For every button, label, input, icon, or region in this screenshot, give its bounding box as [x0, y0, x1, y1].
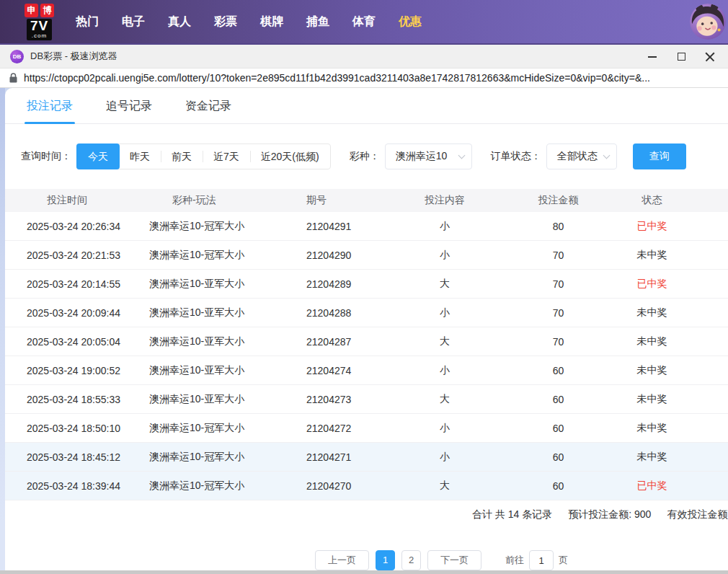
logo-wordmark: 7V .com — [27, 19, 52, 40]
cell-issue: 21204273 — [306, 394, 387, 405]
cell-bet-time: 2025-03-24 19:00:52 — [5, 365, 149, 376]
goto-page-input[interactable] — [529, 550, 554, 570]
cell-game: 澳洲幸运10-冠军大小 — [149, 451, 306, 464]
table-row[interactable]: 2025-03-24 20:05:04 澳洲幸运10-亚军大小 21204287… — [5, 327, 728, 356]
goto-label: 前往 — [505, 554, 524, 567]
filter-bar: 查询时间： 今天 昨天 前天 近7天 近20天(低频) 彩种： 澳洲幸运10 订… — [21, 144, 728, 169]
nav-item[interactable]: 真人 — [156, 0, 203, 43]
cell-issue: 21204288 — [306, 307, 387, 319]
table-row[interactable]: 2025-03-24 18:50:10 澳洲幸运10-冠军大小 21204272… — [5, 414, 728, 443]
table-row[interactable]: 2025-03-24 20:09:44 澳洲幸运10-亚军大小 21204288… — [5, 299, 728, 327]
main-nav: 热门 电子 真人 彩票 棋牌 捕鱼 体育 优惠 — [64, 0, 433, 43]
cell-issue: 21204291 — [306, 221, 387, 232]
table-row[interactable]: 2025-03-24 20:14:55 澳洲幸运10-亚军大小 21204289… — [5, 270, 728, 299]
time-range-option[interactable]: 近7天 — [203, 144, 250, 169]
cell-amount: 80 — [502, 221, 614, 232]
summary-total-records: 合计 共 14 条记录 — [472, 508, 552, 521]
nav-item[interactable]: 热门 — [64, 0, 110, 43]
cell-bet-time: 2025-03-24 20:26:34 — [5, 221, 149, 232]
nav-item[interactable]: 优惠 — [387, 0, 433, 43]
tab[interactable]: 投注记录 — [27, 88, 73, 124]
cell-amount: 60 — [502, 394, 614, 405]
time-range-option[interactable]: 前天 — [161, 144, 203, 169]
cell-content: 小 — [387, 422, 502, 435]
pagination: 上一页 1 2 下一页 前往 页 — [315, 550, 728, 570]
summary-bar: 合计 共 14 条记录 预计投注金额: 900 有效投注金额 — [5, 508, 728, 521]
table-row[interactable]: 2025-03-24 18:55:33 澳洲幸运10-亚军大小 21204273… — [5, 385, 728, 414]
cell-amount: 60 — [502, 423, 614, 434]
search-button[interactable]: 查询 — [633, 144, 686, 169]
address-bar[interactable]: https://ctopcp02pcali.uengi5e.com/lotter… — [0, 69, 728, 88]
close-icon[interactable] — [705, 51, 715, 61]
cell-game: 澳洲幸运10-冠军大小 — [149, 480, 306, 493]
logo-tile-2: 博 — [40, 4, 54, 17]
status-filter-label: 订单状态： — [491, 150, 541, 163]
chevron-down-icon — [458, 152, 465, 159]
window-controls — [647, 51, 715, 61]
cell-amount: 60 — [502, 451, 614, 463]
maximize-icon[interactable] — [676, 51, 686, 61]
cell-issue: 21204272 — [306, 423, 387, 434]
cell-game: 澳洲幸运10-冠军大小 — [149, 249, 306, 262]
time-range-option[interactable]: 今天 — [76, 144, 120, 169]
cell-amount: 60 — [502, 480, 614, 492]
lottery-filter-label: 彩种： — [350, 150, 380, 163]
page-number-button[interactable]: 1 — [376, 550, 395, 570]
header-amount: 投注金额 — [502, 194, 614, 207]
minimize-icon[interactable] — [647, 51, 657, 61]
page-number-button[interactable]: 2 — [401, 550, 421, 570]
cell-status: 已中奖 — [614, 220, 690, 233]
logo-main-text: 7V — [30, 19, 48, 33]
lottery-select-value: 澳洲幸运10 — [396, 150, 448, 163]
tab[interactable]: 追号记录 — [106, 88, 152, 124]
cell-game: 澳洲幸运10-冠军大小 — [149, 220, 306, 233]
cell-bet-time: 2025-03-24 20:14:55 — [5, 278, 149, 290]
cell-bet-time: 2025-03-24 18:39:44 — [5, 480, 149, 492]
cell-issue: 21204274 — [306, 365, 387, 376]
table-row[interactable]: 2025-03-24 18:39:44 澳洲幸运10-冠军大小 21204270… — [5, 472, 728, 500]
nav-item[interactable]: 捕鱼 — [295, 0, 341, 43]
time-range-option[interactable]: 近20天(低频) — [250, 144, 330, 169]
order-status-select[interactable]: 全部状态 — [546, 144, 617, 169]
cell-bet-time: 2025-03-24 20:09:44 — [5, 307, 149, 319]
cell-content: 小 — [387, 249, 502, 262]
browser-favicon: DB — [10, 50, 24, 63]
user-avatar[interactable] — [690, 4, 726, 40]
nav-item[interactable]: 棋牌 — [249, 0, 295, 43]
nav-item[interactable]: 体育 — [341, 0, 387, 43]
header-issue: 期号 — [306, 194, 387, 207]
cell-amount: 70 — [502, 307, 614, 319]
summary-valid-amount: 有效投注金额 — [667, 508, 727, 521]
time-range-option[interactable]: 昨天 — [119, 144, 161, 169]
table-row[interactable]: 2025-03-24 20:26:34 澳洲幸运10-冠军大小 21204291… — [5, 212, 728, 241]
cell-status: 未中奖 — [614, 306, 690, 319]
time-range-group: 今天 昨天 前天 近7天 近20天(低频) — [76, 144, 331, 169]
cell-content: 大 — [387, 480, 502, 493]
lottery-select[interactable]: 澳洲幸运10 — [385, 144, 472, 169]
site-logo[interactable]: 申 博 7V .com — [25, 4, 54, 40]
cell-status: 未中奖 — [614, 422, 690, 435]
cell-amount: 70 — [502, 278, 614, 290]
header-game: 彩种-玩法 — [149, 194, 306, 207]
nav-item[interactable]: 电子 — [110, 0, 156, 43]
table-header-row: 投注时间 彩种-玩法 期号 投注内容 投注金额 状态 — [5, 189, 728, 212]
time-filter-label: 查询时间： — [21, 150, 71, 163]
cell-amount: 70 — [502, 250, 614, 261]
cell-content: 小 — [387, 364, 502, 377]
table-row[interactable]: 2025-03-24 18:45:12 澳洲幸运10-冠军大小 21204271… — [5, 443, 728, 472]
header-content: 投注内容 — [387, 194, 502, 207]
cell-status: 未中奖 — [614, 393, 690, 406]
nav-item[interactable]: 彩票 — [203, 0, 249, 43]
cell-status: 未中奖 — [614, 451, 690, 464]
tab[interactable]: 资金记录 — [185, 88, 231, 124]
table-row[interactable]: 2025-03-24 20:21:53 澳洲幸运10-冠军大小 21204290… — [5, 241, 728, 270]
window-bottom-edge — [0, 570, 728, 574]
cell-status: 未中奖 — [614, 364, 690, 377]
table-row[interactable]: 2025-03-24 19:00:52 澳洲幸运10-亚军大小 21204274… — [5, 356, 728, 385]
bet-records-table: 投注时间 彩种-玩法 期号 投注内容 投注金额 状态 2025-03-24 20… — [5, 189, 728, 500]
url-text: https://ctopcp02pcali.uengi5e.com/lotter… — [24, 72, 650, 84]
cell-bet-time: 2025-03-24 18:45:12 — [5, 451, 149, 463]
prev-page-button[interactable]: 上一页 — [315, 550, 369, 570]
cell-game: 澳洲幸运10-冠军大小 — [149, 422, 306, 435]
next-page-button[interactable]: 下一页 — [427, 550, 481, 570]
